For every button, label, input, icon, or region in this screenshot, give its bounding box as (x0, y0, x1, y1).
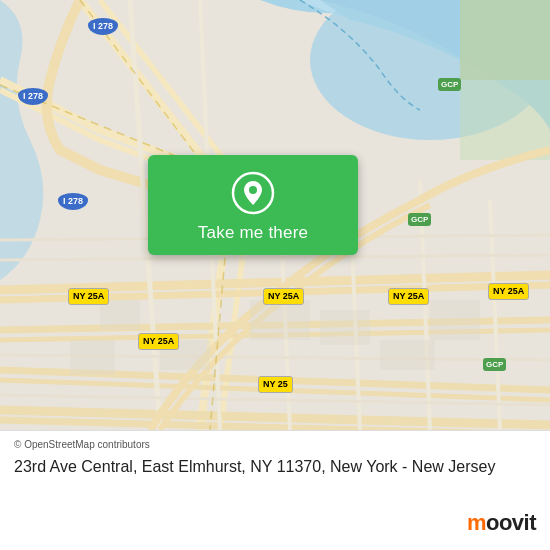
moovit-logo: moovit (467, 510, 536, 536)
svg-rect-8 (430, 300, 480, 340)
map-container: I 278 I 278 I 278 GCP GCP NY 25A NY 25A … (0, 0, 550, 550)
openstreetmap-credit: © OpenStreetMap contributors (14, 439, 536, 450)
svg-rect-5 (320, 310, 370, 345)
take-me-there-button[interactable]: Take me there (148, 155, 358, 255)
moovit-rest: oovit (486, 510, 536, 535)
svg-rect-4 (250, 300, 310, 340)
road-badge-i278-2: I 278 (18, 88, 48, 105)
road-badge-gcp-3: GCP (483, 358, 506, 371)
road-badge-ny25a-3: NY 25A (388, 288, 429, 305)
address-line: 23rd Ave Central, East Elmhurst, NY 1137… (14, 456, 536, 542)
svg-point-12 (249, 186, 257, 194)
road-badge-ny25a-5: NY 25A (138, 333, 179, 350)
road-badge-gcp-2: GCP (408, 213, 431, 226)
road-badge-ny25: NY 25 (258, 376, 293, 393)
road-badge-i278-1: I 278 (88, 18, 118, 35)
road-badge-gcp-1: GCP (438, 78, 461, 91)
road-badge-ny25a-1: NY 25A (68, 288, 109, 305)
info-bar: © OpenStreetMap contributors 23rd Ave Ce… (0, 430, 550, 550)
moovit-m: m (467, 510, 486, 535)
location-pin-icon (231, 171, 275, 215)
road-badge-ny25a-2: NY 25A (263, 288, 304, 305)
road-badge-i278-3: I 278 (58, 193, 88, 210)
svg-rect-9 (70, 340, 115, 375)
road-badge-ny25a-4: NY 25A (488, 283, 529, 300)
svg-rect-10 (380, 340, 435, 370)
svg-rect-3 (460, 0, 550, 80)
credit-text: © OpenStreetMap contributors (14, 439, 150, 450)
take-me-there-label: Take me there (198, 223, 308, 243)
